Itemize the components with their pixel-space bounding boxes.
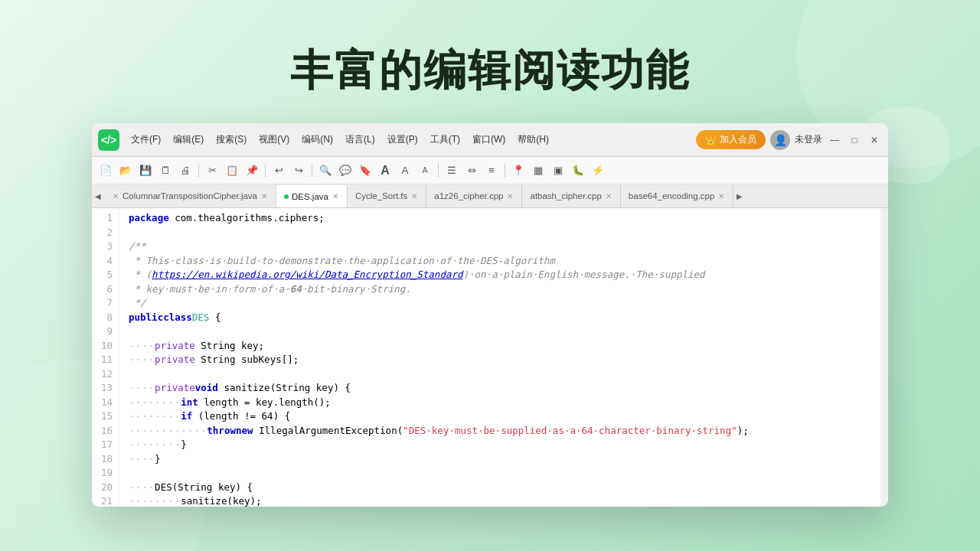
toolbar-font-small[interactable]: A: [416, 161, 434, 180]
code-line-2: [129, 226, 880, 240]
menu-bar: 文件(F) 编辑(E) 搜索(S) 视图(V) 编码(N) 语言(L) 设置(P…: [126, 131, 693, 148]
code-line-21: ········sanitize(key);: [129, 494, 880, 507]
minimize-button[interactable]: —: [827, 132, 842, 148]
tab-dot-des: [284, 194, 289, 199]
code-line-6: * key·must·be·in·form·of·a·64·bit·binary…: [129, 282, 880, 297]
title-bar-right: 👑 加入会员 👤 未登录 — □ ✕: [696, 130, 882, 150]
code-line-10: ····private String key;: [129, 339, 880, 354]
code-line-5: * (https://en.wikipedia.org/wiki/Data_En…: [129, 268, 880, 282]
menu-language[interactable]: 语言(L): [340, 131, 381, 148]
tab-x-des[interactable]: ✕: [332, 192, 339, 201]
maximize-button[interactable]: □: [847, 132, 862, 148]
code-line-12: [129, 367, 880, 382]
line-numbers: 1234567891011121314151617181920212223: [92, 208, 119, 507]
tab-x-atbash[interactable]: ✕: [605, 192, 612, 201]
user-area: 👤 未登录: [770, 130, 822, 150]
tab-atbash[interactable]: atbash_cipher.cpp ✕: [522, 184, 620, 207]
menu-tools[interactable]: 工具(T): [425, 131, 466, 148]
toolbar-separator-1: [198, 164, 199, 178]
tab-des[interactable]: DES.java ✕: [276, 185, 348, 208]
code-line-11: ····private String subKeys[];: [129, 353, 880, 367]
tab-x-cycle[interactable]: ✕: [410, 192, 418, 201]
page-title: 丰富的编辑阅读功能: [0, 0, 980, 123]
toolbar-font-big[interactable]: A: [376, 161, 394, 180]
code-line-17: ········}: [129, 438, 880, 452]
tab-next-button[interactable]: ▶: [733, 184, 746, 207]
menu-help[interactable]: 帮助(H): [512, 131, 554, 148]
code-line-1: package com.thealgorithms.ciphers;: [129, 211, 880, 226]
toolbar-find[interactable]: 🔍: [316, 161, 335, 180]
toolbar-separator-3: [312, 164, 312, 178]
toolbar-bookmark[interactable]: 🔖: [356, 161, 374, 180]
code-line-8: public class DES {: [129, 311, 880, 325]
tab-x-base64[interactable]: ✕: [717, 192, 725, 201]
tab-cycle-sort[interactable]: Cycle_Sort.fs ✕: [348, 184, 426, 207]
toolbar-save[interactable]: 💾: [136, 161, 155, 180]
code-line-14: ········int length = key.length();: [129, 396, 880, 410]
tab-a1z26[interactable]: a1z26_cipher.cpp ✕: [426, 184, 522, 207]
menu-window[interactable]: 窗口(W): [467, 131, 511, 148]
menu-file[interactable]: 文件(F): [126, 131, 166, 148]
toolbar-separator-2: [265, 164, 266, 178]
tab-close-columnar[interactable]: ✕: [112, 192, 119, 201]
app-icon: </>: [98, 129, 119, 151]
crown-icon: 👑: [705, 135, 717, 145]
code-line-3: /**: [129, 240, 880, 254]
toolbar-wrap[interactable]: ⇔: [462, 161, 481, 180]
toolbar-redo[interactable]: ↪: [289, 161, 308, 180]
tab-columnar[interactable]: ✕ ColumnarTranspositionCipher.java ✕: [104, 184, 276, 207]
close-button[interactable]: ✕: [867, 132, 882, 148]
code-area: 1234567891011121314151617181920212223 pa…: [92, 208, 888, 507]
tab-base64[interactable]: base64_encoding.cpp ✕: [621, 184, 734, 207]
menu-search[interactable]: 搜索(S): [211, 131, 252, 148]
toolbar-font-med[interactable]: A: [396, 161, 414, 180]
toolbar-copy[interactable]: 📋: [223, 161, 241, 180]
code-line-19: [129, 466, 880, 481]
tab-x-columnar[interactable]: ✕: [260, 192, 268, 201]
menu-settings[interactable]: 设置(P): [382, 131, 423, 148]
toolbar-separator-4: [438, 164, 439, 178]
code-line-9: [129, 324, 880, 339]
toolbar-comment[interactable]: 💬: [336, 161, 354, 180]
tab-x-a1z26[interactable]: ✕: [506, 192, 514, 201]
menu-encode[interactable]: 编码(N): [296, 131, 338, 148]
code-line-13: ····private void sanitize(String key) {: [129, 381, 880, 396]
toolbar-new[interactable]: 📄: [96, 161, 115, 180]
code-line-16: ············throw new IllegalArgumentExc…: [129, 424, 880, 439]
scrollbar[interactable]: [880, 208, 888, 507]
tab-prev-button[interactable]: ◀: [92, 184, 104, 207]
toolbar-open[interactable]: 📂: [116, 161, 135, 180]
toolbar-align[interactable]: ≡: [482, 161, 501, 180]
toolbar-print-preview[interactable]: 🗒: [156, 161, 175, 180]
tab-bar: ◀ ✕ ColumnarTranspositionCipher.java ✕ D…: [92, 184, 888, 208]
toolbar-separator-5: [505, 164, 505, 178]
menu-view[interactable]: 视图(V): [253, 131, 295, 148]
toolbar-undo[interactable]: ↩: [270, 161, 288, 180]
toolbar-table[interactable]: ▦: [529, 161, 547, 180]
toolbar-pin[interactable]: 📍: [509, 161, 528, 180]
code-content[interactable]: package com.thealgorithms.ciphers; /** *…: [119, 208, 880, 507]
toolbar-paste[interactable]: 📌: [243, 161, 261, 180]
code-line-18: ····}: [129, 452, 880, 467]
toolbar-cut[interactable]: ✂: [203, 161, 221, 180]
toolbar: 📄 📂 💾 🗒 🖨 ✂ 📋 📌 ↩ ↪ 🔍 💬 🔖 A A A ☰ ⇔ ≡ 📍 …: [92, 157, 888, 184]
toolbar-lightning[interactable]: ⚡: [589, 161, 607, 180]
code-line-7: */: [129, 296, 880, 311]
join-member-button[interactable]: 👑 加入会员: [696, 130, 766, 149]
toolbar-image[interactable]: ▣: [549, 161, 567, 180]
toolbar-print[interactable]: 🖨: [176, 161, 194, 180]
editor-window: </> 文件(F) 编辑(E) 搜索(S) 视图(V) 编码(N) 语言(L) …: [92, 123, 888, 507]
code-line-4: * This·class·is·build·to·demonstrate·the…: [129, 254, 880, 269]
code-line-20: ····DES(String key) {: [129, 481, 880, 495]
toolbar-debug[interactable]: 🐛: [569, 161, 587, 180]
menu-edit[interactable]: 编辑(E): [168, 131, 209, 148]
toolbar-list[interactable]: ☰: [443, 161, 461, 180]
title-bar: </> 文件(F) 编辑(E) 搜索(S) 视图(V) 编码(N) 语言(L) …: [92, 123, 888, 157]
code-line-15: ········if (length != 64) {: [129, 409, 880, 424]
avatar: 👤: [770, 130, 790, 150]
